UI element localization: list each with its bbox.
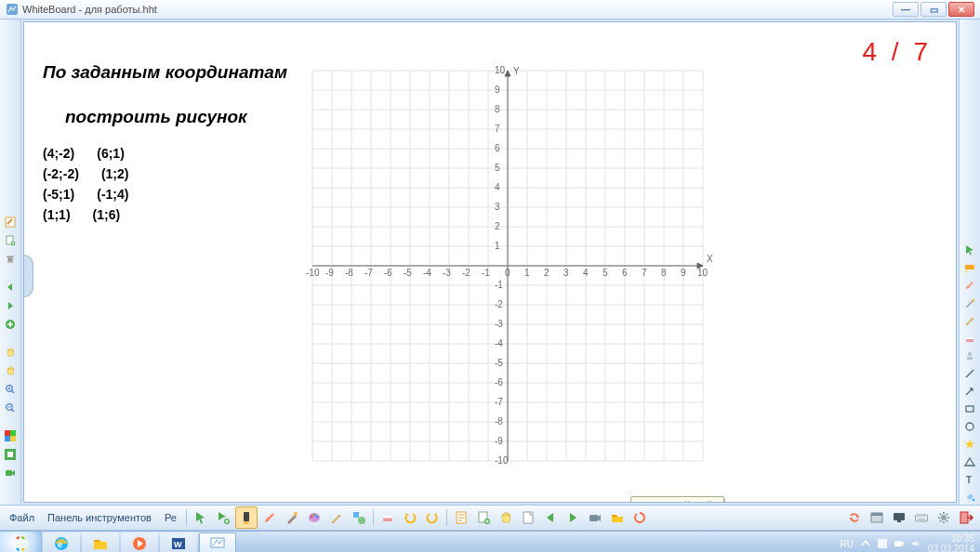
taskbar-media[interactable]	[121, 532, 158, 552]
svg-text:9: 9	[495, 85, 500, 95]
marker-tool[interactable]	[235, 506, 258, 529]
maximize-button[interactable]: ▭	[920, 2, 947, 17]
color-picker-icon[interactable]	[3, 428, 18, 443]
circle-icon[interactable]	[962, 420, 977, 434]
rect-icon[interactable]	[962, 402, 977, 416]
stamp-icon[interactable]	[962, 348, 977, 362]
svg-text:-8: -8	[345, 268, 353, 278]
menu-truncated[interactable]: Ре	[159, 510, 182, 525]
fill-icon[interactable]	[962, 491, 977, 505]
svg-rect-128	[871, 513, 882, 516]
eraser-small-icon[interactable]	[962, 331, 977, 345]
slide-canvas[interactable]: По заданным координатам построить рисуно…	[23, 21, 957, 503]
window-title: WhiteBoard - для работы.hht	[22, 4, 157, 15]
zoom-in-icon[interactable]	[3, 382, 18, 397]
add-icon[interactable]	[3, 317, 18, 332]
brush-hard-icon[interactable]	[962, 296, 977, 309]
svg-text:2: 2	[544, 268, 550, 278]
eraser-tool[interactable]	[377, 507, 398, 528]
minimize-button[interactable]: —	[893, 2, 919, 17]
brush-soft-icon[interactable]	[962, 278, 977, 292]
svg-text:-7: -7	[495, 397, 503, 407]
sync-tool[interactable]	[844, 507, 865, 528]
svg-text:3: 3	[495, 202, 500, 212]
hand-grab-icon[interactable]	[3, 345, 18, 360]
svg-text:10: 10	[697, 268, 709, 278]
next-slide-tool[interactable]	[563, 507, 583, 528]
tray-lang[interactable]: RU	[840, 539, 853, 549]
svg-text:-1: -1	[482, 268, 490, 278]
right-toolbar: T	[959, 20, 980, 505]
svg-point-119	[358, 517, 365, 524]
desktop-tool[interactable]	[889, 507, 909, 528]
shapes-tool[interactable]	[349, 507, 369, 528]
note-tool[interactable]	[451, 507, 471, 528]
color-picker2-icon[interactable]	[3, 447, 18, 462]
svg-text:7: 7	[495, 124, 500, 134]
svg-text:-6: -6	[495, 377, 503, 388]
folder-tool[interactable]	[607, 507, 628, 528]
svg-text:-6: -6	[384, 268, 392, 278]
svg-rect-140	[211, 538, 224, 547]
tray-clock[interactable]: 10:35 03.03.2014	[928, 533, 974, 552]
svg-point-132	[941, 515, 947, 520]
zoom-out-icon[interactable]	[3, 401, 18, 415]
task-title-line2: построить рисунок	[43, 107, 247, 126]
add-slide-icon[interactable]	[3, 233, 18, 248]
window-tool[interactable]	[867, 507, 887, 528]
brush2-tool[interactable]	[282, 507, 302, 528]
palette-tool[interactable]	[304, 507, 324, 528]
pencil-thin-icon[interactable]	[962, 313, 977, 327]
star-icon[interactable]	[962, 438, 977, 452]
text-icon[interactable]: T	[962, 473, 977, 487]
svg-text:5: 5	[603, 268, 608, 278]
pointer-icon[interactable]	[962, 243, 977, 256]
svg-rect-8	[10, 430, 16, 436]
svg-rect-126	[589, 515, 598, 521]
exit-tool[interactable]	[956, 507, 976, 528]
tray-volume-icon[interactable]	[911, 539, 920, 548]
forward-icon[interactable]	[3, 298, 18, 313]
arrow-icon[interactable]	[962, 385, 977, 399]
undo-tool[interactable]	[400, 507, 420, 528]
taskbar-word[interactable]: W	[160, 532, 197, 552]
add-page-tool[interactable]	[473, 507, 494, 528]
taskbar-whiteboard[interactable]	[199, 532, 236, 552]
delete-icon[interactable]	[3, 252, 18, 267]
pencil-tool[interactable]	[326, 507, 347, 528]
back-icon[interactable]	[3, 280, 18, 295]
svg-text:X: X	[707, 254, 712, 264]
hand-tool[interactable]	[496, 507, 516, 528]
cursor-tool[interactable]	[191, 507, 211, 528]
tray-up-icon[interactable]	[861, 539, 870, 548]
redo-tool[interactable]	[422, 507, 443, 528]
record-icon[interactable]	[3, 466, 18, 480]
refresh-tool[interactable]	[629, 507, 650, 528]
menu-file[interactable]: Файл	[4, 510, 40, 525]
prev-slide-tool[interactable]	[540, 507, 561, 528]
tray-battery-icon[interactable]	[894, 539, 904, 548]
hand-icon[interactable]	[3, 363, 18, 378]
cursor-plus-tool[interactable]	[213, 507, 233, 528]
menu-tools-panel[interactable]: Панель инструментов	[42, 510, 157, 525]
triangle-icon[interactable]	[962, 455, 977, 469]
edit-icon[interactable]	[3, 215, 18, 230]
line-icon[interactable]	[962, 366, 977, 380]
camera-tool[interactable]	[585, 507, 605, 528]
svg-text:4: 4	[495, 182, 500, 192]
close-button[interactable]: ✕	[948, 2, 974, 17]
svg-text:4: 4	[583, 268, 589, 278]
taskbar-explorer[interactable]	[82, 532, 119, 552]
gear-tool[interactable]	[934, 507, 954, 528]
doc-tool[interactable]	[518, 507, 538, 528]
svg-rect-133	[960, 512, 968, 523]
svg-rect-13	[6, 470, 12, 476]
highlighter-icon[interactable]	[962, 260, 977, 274]
tray-flag-icon[interactable]	[878, 539, 887, 548]
brush-tool[interactable]	[259, 507, 280, 528]
svg-text:-9: -9	[495, 436, 503, 446]
svg-rect-129	[894, 513, 905, 520]
taskbar-ie[interactable]: e	[43, 532, 80, 552]
start-button[interactable]	[0, 532, 42, 552]
keyboard-tool[interactable]	[911, 507, 932, 528]
